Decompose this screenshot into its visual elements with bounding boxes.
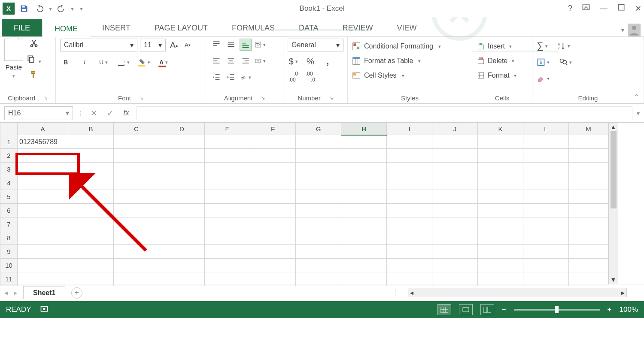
cell-C6[interactable]	[114, 204, 159, 217]
cell-L3[interactable]	[523, 163, 569, 176]
col-header-A[interactable]: A	[18, 123, 68, 135]
clipboard-launcher[interactable]: ↘	[44, 95, 48, 101]
zoom-out-button[interactable]: −	[502, 305, 506, 314]
cell-L9[interactable]	[523, 245, 569, 259]
cell-L2[interactable]	[523, 149, 569, 163]
decrease-font-button[interactable]: A▾	[182, 39, 193, 51]
align-right-button[interactable]	[240, 55, 252, 67]
increase-font-button[interactable]: A▴	[168, 39, 179, 51]
cell-E1[interactable]	[205, 135, 250, 149]
col-header-E[interactable]: E	[205, 123, 250, 135]
cell-E7[interactable]	[205, 217, 250, 231]
cell-G5[interactable]	[296, 190, 341, 204]
cell-D7[interactable]	[159, 217, 205, 231]
sheet-nav-prev[interactable]: ◂	[4, 289, 8, 297]
cell-styles-button[interactable]: Cell Styles	[352, 69, 404, 81]
cell-D8[interactable]	[159, 231, 205, 245]
cell-G7[interactable]	[296, 217, 341, 231]
cell-I8[interactable]	[387, 231, 432, 245]
cell-G8[interactable]	[296, 231, 341, 245]
merge-button[interactable]	[254, 55, 266, 67]
currency-button[interactable]: $	[288, 56, 299, 67]
tab-home[interactable]: HOME	[42, 20, 90, 37]
fx-button[interactable]: fx	[120, 109, 132, 118]
sheet-nav-next[interactable]: ▸	[14, 289, 17, 297]
cell-J4[interactable]	[432, 176, 478, 190]
cell-E6[interactable]	[205, 204, 250, 217]
cell-J2[interactable]	[432, 149, 478, 163]
cell-I3[interactable]	[387, 163, 432, 176]
cell-M3[interactable]	[569, 163, 608, 176]
cell-B10[interactable]	[68, 259, 114, 272]
cell-B6[interactable]	[68, 204, 114, 217]
cell-L4[interactable]	[523, 176, 569, 190]
cell-C3[interactable]	[114, 163, 159, 176]
normal-view-button[interactable]	[437, 304, 451, 315]
format-cells-button[interactable]: Format	[477, 69, 516, 81]
cell-D10[interactable]	[159, 259, 205, 272]
font-name-combo[interactable]: Calibri▾	[60, 39, 137, 51]
cell-B9[interactable]	[68, 245, 114, 259]
enter-formula-button[interactable]: ✓	[104, 109, 116, 118]
align-bottom-button[interactable]	[240, 39, 252, 51]
cell-H6[interactable]	[341, 204, 387, 217]
formula-input[interactable]	[137, 106, 632, 120]
cell-E3[interactable]	[205, 163, 250, 176]
cell-G9[interactable]	[296, 245, 341, 259]
cell-I10[interactable]	[387, 259, 432, 272]
cell-F3[interactable]	[250, 163, 296, 176]
row-header-6[interactable]: 6	[0, 204, 18, 217]
cell-K7[interactable]	[478, 217, 523, 231]
cell-F9[interactable]	[250, 245, 296, 259]
row-header-10[interactable]: 10	[0, 259, 18, 272]
row-header-9[interactable]: 9	[0, 245, 18, 259]
insert-cells-button[interactable]: Insert	[477, 40, 512, 52]
col-header-F[interactable]: F	[250, 123, 296, 135]
cell-L10[interactable]	[523, 259, 569, 272]
wrap-text-button[interactable]	[254, 39, 266, 51]
tab-view[interactable]: VIEW	[385, 19, 428, 36]
comma-button[interactable]: ,	[322, 56, 333, 67]
cell-E10[interactable]	[205, 259, 250, 272]
cell-K9[interactable]	[478, 245, 523, 259]
cell-C5[interactable]	[114, 190, 159, 204]
cell-B8[interactable]	[68, 231, 114, 245]
scroll-thumb[interactable]	[611, 131, 617, 208]
col-header-M[interactable]: M	[569, 123, 608, 135]
increase-indent-button[interactable]	[225, 71, 237, 83]
cell-J7[interactable]	[432, 217, 478, 231]
cut-button[interactable]	[30, 39, 38, 48]
cell-J9[interactable]	[432, 245, 478, 259]
find-select-button[interactable]	[559, 57, 572, 68]
col-header-C[interactable]: C	[114, 123, 159, 135]
row-header-7[interactable]: 7	[0, 217, 18, 231]
cell-H4[interactable]	[341, 176, 387, 190]
cell-C8[interactable]	[114, 231, 159, 245]
cell-G3[interactable]	[296, 163, 341, 176]
cell-I9[interactable]	[387, 245, 432, 259]
cell-F8[interactable]	[250, 231, 296, 245]
collapse-ribbon-button[interactable]: ⌃	[634, 93, 639, 100]
cell-M8[interactable]	[569, 231, 608, 245]
cell-A6[interactable]	[18, 204, 68, 217]
cell-F7[interactable]	[250, 217, 296, 231]
cell-C9[interactable]	[114, 245, 159, 259]
align-center-button[interactable]	[225, 55, 237, 67]
expand-formula-bar[interactable]: ▾	[637, 110, 640, 117]
cell-H10[interactable]	[341, 259, 387, 272]
tab-file[interactable]: FILE	[2, 19, 42, 36]
col-header-I[interactable]: I	[387, 123, 432, 135]
cell-H7[interactable]	[341, 217, 387, 231]
cell-H3[interactable]	[341, 163, 387, 176]
row-header-4[interactable]: 4	[0, 176, 18, 190]
cell-K5[interactable]	[478, 190, 523, 204]
cell-C4[interactable]	[114, 176, 159, 190]
number-format-combo[interactable]: General▾	[288, 39, 343, 51]
cell-F2[interactable]	[250, 149, 296, 163]
col-header-J[interactable]: J	[432, 123, 478, 135]
italic-button[interactable]: I	[79, 57, 90, 68]
align-top-button[interactable]	[210, 39, 222, 51]
autosum-button[interactable]: ∑	[537, 40, 548, 51]
page-break-view-button[interactable]	[480, 304, 494, 315]
cell-K1[interactable]	[478, 135, 523, 149]
